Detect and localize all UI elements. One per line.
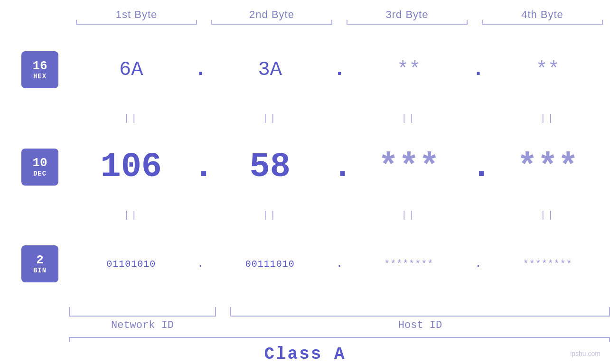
bin-badge-label: BIN xyxy=(33,267,47,274)
eq2-c1: || xyxy=(69,210,194,221)
dec-b4: *** xyxy=(517,148,579,187)
dec-values: 106 . 58 . *** . *** xyxy=(69,148,610,187)
byte1-header: 1st Byte xyxy=(69,9,204,21)
hex-values: 6A . 3A . ** . ** xyxy=(69,58,610,81)
hex-b4: ** xyxy=(536,58,560,81)
hex-dot2: . xyxy=(332,58,347,81)
network-bracket xyxy=(69,307,216,317)
bin-dot2: . xyxy=(332,259,347,270)
bracket-cell-3 xyxy=(339,24,475,25)
bin-dot3: . xyxy=(471,259,486,270)
dec-badge: 10 DEC xyxy=(21,149,58,186)
hex-dot3: . xyxy=(471,58,486,81)
eq1-c2: || xyxy=(208,113,333,124)
class-bracket xyxy=(69,337,610,338)
dec-b3: *** xyxy=(378,148,440,187)
class-label-row: Class A xyxy=(0,345,610,364)
bottom-brackets-row xyxy=(0,307,610,317)
hex-b2-cell: 3A xyxy=(208,58,333,81)
class-bracket-row xyxy=(0,337,610,338)
bin-badge: 2 BIN xyxy=(21,245,58,282)
header-row: 1st Byte 2nd Byte 3rd Byte 4th Byte xyxy=(0,0,610,21)
byte4-header: 4th Byte xyxy=(475,9,610,21)
dec-b4-cell: *** xyxy=(486,148,610,187)
dec-row: 10 DEC 106 . 58 . *** . *** xyxy=(0,127,610,207)
equals-row-2: || || || || xyxy=(0,207,610,224)
bracket-cell-4 xyxy=(475,24,610,25)
eq1-c4: || xyxy=(486,113,610,124)
bin-b4: ******** xyxy=(523,259,572,270)
hex-badge-number: 16 xyxy=(32,59,47,73)
hex-row: 16 HEX 6A . 3A . ** . ** xyxy=(0,29,610,110)
bracket-line-4 xyxy=(482,24,603,25)
byte2-header: 2nd Byte xyxy=(204,9,339,21)
hex-b3-cell: ** xyxy=(347,58,471,81)
bin-b4-cell: ******** xyxy=(486,259,610,270)
hex-b3: ** xyxy=(397,58,421,81)
bin-row: 2 BIN 01101010 . 00111010 . ******** . *… xyxy=(0,224,610,304)
eq1-c3: || xyxy=(347,113,471,124)
hex-b4-cell: ** xyxy=(486,58,610,81)
dec-dot1: . xyxy=(194,148,208,187)
dec-badge-number: 10 xyxy=(32,156,47,170)
eq2-c4: || xyxy=(486,210,610,221)
bin-dot1: . xyxy=(194,259,208,270)
eq2-c2: || xyxy=(208,210,333,221)
bin-values: 01101010 . 00111010 . ******** . *******… xyxy=(69,259,610,270)
dec-dot2: . xyxy=(332,148,347,187)
bracket-mid-gap xyxy=(216,307,230,317)
bracket-cell-2 xyxy=(204,24,339,25)
hex-b1-cell: 6A xyxy=(69,58,194,81)
id-gap xyxy=(216,319,230,331)
top-brackets-row xyxy=(0,24,610,25)
id-labels-row: Network ID Host ID xyxy=(0,319,610,331)
bin-badge-number: 2 xyxy=(36,253,44,267)
byte3-header: 3rd Byte xyxy=(339,9,475,21)
bin-b1: 01101010 xyxy=(106,259,156,270)
dec-badge-label: DEC xyxy=(33,170,47,177)
host-id-label: Host ID xyxy=(230,319,610,331)
bin-b3-cell: ******** xyxy=(347,259,471,270)
dec-dot3: . xyxy=(471,148,486,187)
equals-row-1: || || || || xyxy=(0,110,610,127)
dec-b2-cell: 58 xyxy=(208,148,333,187)
bracket-line-3 xyxy=(347,24,468,25)
bracket-line-2 xyxy=(211,24,332,25)
dec-b1-cell: 106 xyxy=(69,148,194,187)
bracket-cell-1 xyxy=(69,24,204,25)
hex-b2: 3A xyxy=(258,58,282,81)
hex-badge-label: HEX xyxy=(33,73,47,80)
bin-b2: 00111010 xyxy=(245,259,295,270)
hex-badge: 16 HEX xyxy=(21,51,58,88)
hex-b1: 6A xyxy=(119,58,143,81)
bin-b3: ******** xyxy=(384,259,433,270)
hex-dot1: . xyxy=(194,58,208,81)
bracket-line-1 xyxy=(76,24,197,25)
network-id-label: Network ID xyxy=(69,319,216,331)
dec-b2: 58 xyxy=(250,148,291,187)
dec-b1: 106 xyxy=(100,148,162,187)
bin-b2-cell: 00111010 xyxy=(208,259,333,270)
watermark: ipshu.com xyxy=(570,350,601,357)
dec-b3-cell: *** xyxy=(347,148,471,187)
eq2-c3: || xyxy=(347,210,471,221)
class-label: Class A xyxy=(264,345,346,364)
host-bracket xyxy=(230,307,610,317)
eq1-c1: || xyxy=(69,113,194,124)
main-container: 1st Byte 2nd Byte 3rd Byte 4th Byte 16 H… xyxy=(0,0,610,364)
bin-b1-cell: 01101010 xyxy=(69,259,194,270)
